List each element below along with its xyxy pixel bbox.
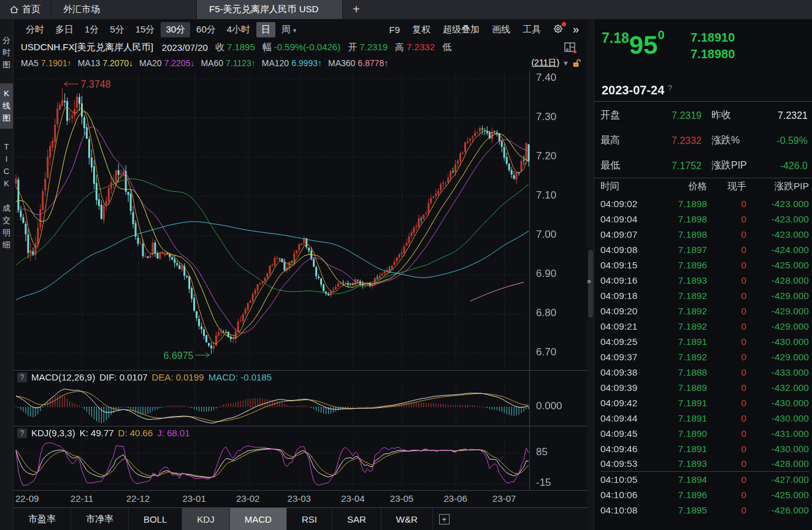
- tick-pip: -428.000: [746, 275, 809, 286]
- tick-time: 04:10:08: [600, 505, 657, 516]
- tick-time: 04:09:21: [600, 321, 657, 332]
- period-button[interactable]: 5分: [105, 22, 129, 37]
- toolbar-more-button[interactable]: »: [569, 23, 583, 36]
- table-row[interactable]: 04:10:057.18940-427.000: [600, 472, 809, 487]
- ma-label: MA20: [139, 58, 162, 68]
- table-row[interactable]: 04:09:087.18970-424.000: [600, 242, 809, 257]
- toolbar-button[interactable]: 复权: [407, 22, 435, 37]
- quote-value: 7.2319: [637, 110, 702, 121]
- time-tick-label: 22-09: [15, 493, 39, 504]
- window-tab[interactable]: F5-美元兑离岸人民币 USD: [197, 0, 343, 19]
- help-icon[interactable]: ?: [668, 83, 672, 93]
- tick-price: 7.1892: [657, 352, 707, 363]
- table-row[interactable]: 04:09:207.18920-429.000: [600, 303, 809, 319]
- period-button[interactable]: 分时: [21, 22, 49, 37]
- plus-icon: +: [439, 514, 450, 524]
- tick-lot: 0: [707, 413, 746, 424]
- column-header: 价格: [657, 180, 707, 196]
- table-row[interactable]: 04:09:187.18920-429.000: [600, 288, 809, 303]
- indicator-tab-市盈率[interactable]: 市盈率: [13, 508, 71, 530]
- table-row[interactable]: 04:09:077.18980-423.000: [600, 227, 809, 242]
- sidebar-item-TICK[interactable]: TICK: [0, 141, 13, 190]
- time-tick-label: 22-12: [126, 493, 150, 504]
- table-row[interactable]: 04:10:067.18960-425.000: [600, 487, 809, 502]
- quote-value: 7.1752: [637, 161, 702, 172]
- layout-icon[interactable]: [564, 42, 575, 52]
- indicator-tab-市净率[interactable]: 市净率: [71, 508, 129, 530]
- last-price-prefix: 7.18: [602, 30, 629, 46]
- main-chart-canvas[interactable]: [13, 70, 588, 370]
- tick-price: 7.1891: [657, 336, 707, 347]
- last-price-big: 95: [629, 31, 658, 59]
- table-row[interactable]: 04:09:447.18910-430.000: [600, 411, 809, 426]
- price-tick-label: 7.10: [536, 189, 556, 202]
- indicator-tab-MACD[interactable]: MACD: [230, 508, 287, 530]
- add-indicator-button[interactable]: +: [439, 508, 450, 530]
- tick-time: 04:09:53: [600, 458, 657, 469]
- ma-value: 7.2205↓: [164, 58, 195, 68]
- indicator-tab-RSI[interactable]: RSI: [287, 508, 332, 530]
- home-tab[interactable]: 首页: [0, 0, 51, 19]
- table-row[interactable]: 04:09:167.18930-428.000: [600, 273, 809, 288]
- period-button[interactable]: 日: [256, 22, 275, 37]
- tick-pip: -425.000: [746, 260, 809, 271]
- chevron-down-icon[interactable]: ▼: [562, 59, 569, 67]
- table-row[interactable]: 04:09:467.18910-430.000: [600, 441, 809, 456]
- toolbar-button[interactable]: 画线: [487, 22, 515, 37]
- lock-icon[interactable]: [572, 59, 581, 67]
- table-row[interactable]: 04:10:087.18950-426.000: [600, 502, 809, 518]
- tick-pip: -429.000: [746, 352, 809, 363]
- period-button[interactable]: 多日: [50, 22, 79, 37]
- help-icon[interactable]: ?: [17, 373, 27, 382]
- tick-time: 04:09:46: [600, 444, 657, 455]
- period-button[interactable]: 周▼: [277, 22, 302, 37]
- indicator-tab-SAR[interactable]: SAR: [332, 508, 381, 530]
- table-row[interactable]: 04:09:537.18930-428.000: [600, 456, 809, 472]
- period-button[interactable]: 4小时: [222, 22, 255, 37]
- ma-value: 7.2070↓: [102, 58, 133, 68]
- toolbar-button[interactable]: 工具: [518, 22, 546, 37]
- period-button[interactable]: 30分: [161, 22, 190, 37]
- table-row[interactable]: 04:09:397.18890-432.000: [600, 380, 809, 395]
- window-tab[interactable]: 外汇市场: [51, 0, 197, 19]
- notification-dot: [562, 22, 566, 26]
- quote-panel: 7.18950 7.18910 7.18980 2023-07-24 ? 开盘7…: [594, 20, 812, 530]
- tick-lot: 0: [707, 199, 746, 210]
- table-row[interactable]: 04:09:377.18920-429.000: [600, 349, 809, 365]
- table-row[interactable]: 04:09:427.18910-430.000: [600, 395, 809, 411]
- indicator-tab-KDJ[interactable]: KDJ: [182, 508, 229, 530]
- indicator-tab-BOLL[interactable]: BOLL: [129, 508, 182, 530]
- period-button[interactable]: 15分: [131, 22, 160, 37]
- tick-price: 7.1892: [657, 306, 707, 317]
- time-tick-label: 22-11: [71, 493, 93, 504]
- table-row[interactable]: 04:09:047.18980-423.000: [600, 211, 809, 227]
- bid-price: 7.18910: [691, 29, 735, 46]
- add-tab-button[interactable]: +: [343, 0, 370, 19]
- tick-lot: 0: [707, 275, 746, 286]
- ma-item: MA137.2070↓: [78, 58, 139, 68]
- sidebar-item-char: 分: [2, 34, 10, 47]
- table-row[interactable]: 04:09:257.18910-430.000: [600, 334, 809, 349]
- table-row[interactable]: 04:09:217.18920-429.000: [600, 319, 809, 334]
- quote-row: 开盘7.2319昨收7.2321: [600, 103, 808, 128]
- table-row[interactable]: 04:09:457.18900-431.000: [600, 426, 809, 441]
- indicator-tab-W&R[interactable]: W&R: [381, 508, 433, 530]
- period-button[interactable]: 1分: [80, 22, 104, 37]
- top-tabbar: 首页 外汇市场F5-美元兑离岸人民币 USD +: [0, 0, 812, 20]
- table-row[interactable]: 04:09:387.18880-433.000: [600, 365, 809, 380]
- toolbar-button[interactable]: F9: [384, 23, 405, 37]
- expand-chevron-icon[interactable]: »: [587, 277, 591, 286]
- help-icon[interactable]: ?: [17, 428, 27, 438]
- visible-range-button[interactable]: (211日): [531, 58, 559, 69]
- period-button[interactable]: 60分: [191, 22, 221, 37]
- settings-gear-button[interactable]: [552, 23, 565, 36]
- sidebar-item-分时图[interactable]: 分时图: [0, 34, 13, 71]
- sidebar-item-K线图[interactable]: K线图: [0, 83, 13, 129]
- toolbar-button[interactable]: 超级叠加: [438, 22, 485, 37]
- sidebar-item-成交明细[interactable]: 成交明细: [0, 202, 13, 251]
- price-tick-label: 6.70: [536, 346, 556, 358]
- indicator-tabbar: 市盈率市净率BOLLKDJMACDRSISARW&R +: [13, 507, 588, 530]
- table-row[interactable]: 04:09:157.18960-425.000: [600, 257, 809, 273]
- tick-lot: 0: [707, 458, 746, 469]
- table-row[interactable]: 04:09:027.18980-423.000: [600, 196, 809, 211]
